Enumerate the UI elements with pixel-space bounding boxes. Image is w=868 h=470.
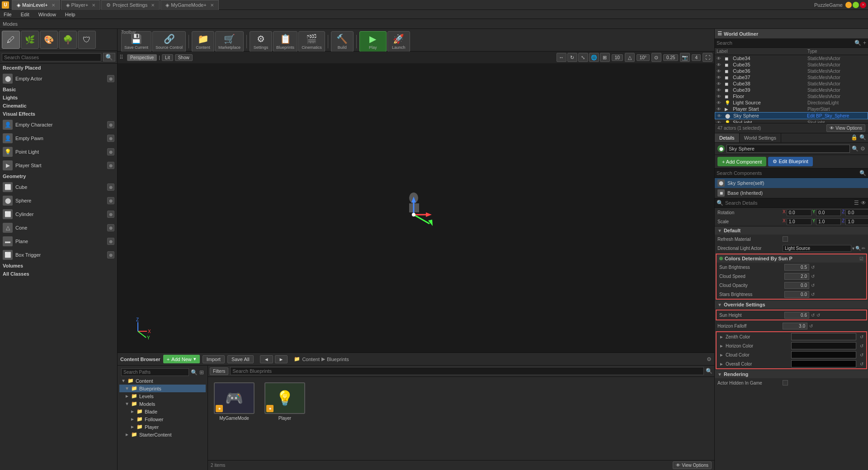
search-classes-input[interactable] xyxy=(2,53,101,61)
overall-color-swatch[interactable] xyxy=(791,360,856,367)
add-actor-icon[interactable]: + xyxy=(863,40,866,46)
list-item[interactable]: ⬜ Box Trigger ⊕ xyxy=(0,248,117,262)
list-item[interactable]: ⬤ Empty Actor ⊕ xyxy=(0,72,117,85)
scale-y-input[interactable] xyxy=(816,218,841,225)
path-content[interactable]: Content xyxy=(302,357,320,362)
outliner-row[interactable]: 👁 ▶ Player Start PlayerStart xyxy=(715,106,868,112)
add-icon[interactable]: ⊕ xyxy=(107,75,114,82)
outliner-row[interactable]: 👁 💡 SkyLight SkyLight xyxy=(715,119,868,123)
category-cinematic[interactable]: Cinematic xyxy=(0,102,117,110)
add-icon[interactable]: ⊕ xyxy=(107,211,114,218)
list-item[interactable]: ⬤ Sphere ⊕ xyxy=(0,194,117,207)
stars-brightness-input[interactable] xyxy=(784,291,809,298)
tree-item[interactable]: ▼ 📁 Blueprints xyxy=(119,385,206,392)
reset-icon[interactable]: ↺ xyxy=(860,343,863,348)
tree-item[interactable]: ► 📁 Follower xyxy=(119,415,206,423)
blueprints-button[interactable]: 📋 Blueprints xyxy=(273,31,297,52)
menu-help[interactable]: Help xyxy=(63,12,77,17)
close-icon[interactable]: ✕ xyxy=(92,3,95,8)
search-components-input[interactable] xyxy=(717,170,859,176)
outliner-row[interactable]: 👁 ◼ Cube34 StaticMeshActor xyxy=(715,55,868,61)
horizon-color-swatch[interactable] xyxy=(791,342,856,349)
tree-item[interactable]: ▼ 📁 Content xyxy=(119,377,206,385)
actor-name-input[interactable] xyxy=(726,145,850,153)
mode-foliage[interactable]: 🌳 xyxy=(59,31,77,49)
add-icon[interactable]: ⊕ xyxy=(107,224,114,231)
search-icon[interactable]: 🔍 xyxy=(859,134,866,141)
outliner-row[interactable]: 👁 ◼ Cube36 StaticMeshActor xyxy=(715,68,868,74)
cinematics-button[interactable]: 🎬 Cinematics xyxy=(298,31,325,52)
outliner-row[interactable]: 👁 ◼ Floor StaticMeshActor xyxy=(715,93,868,99)
file-item[interactable]: 💡 ★ Player xyxy=(262,381,307,423)
search-classes-button[interactable]: 🔍 xyxy=(103,53,115,61)
eye-icon[interactable]: 👁 xyxy=(861,200,866,206)
camera-speed-icon[interactable]: 📷 xyxy=(680,53,690,62)
save-all-button[interactable]: Save All xyxy=(227,355,254,363)
search-details-input[interactable] xyxy=(725,200,852,206)
cloud-color-swatch[interactable] xyxy=(791,351,856,358)
colors-section-header[interactable]: Colors Determined By Sun P ☑ xyxy=(717,254,866,263)
add-icon[interactable]: ⊕ xyxy=(107,148,114,155)
viewport[interactable]: ⠿ Perspective | Lit Show ↔ ↻ ⤡ 🌐 ⊞ 10 △ xyxy=(118,52,714,352)
add-icon[interactable]: ⊕ xyxy=(107,183,114,191)
menu-window[interactable]: Window xyxy=(37,12,58,17)
reset-icon[interactable]: ↺ xyxy=(809,324,813,329)
list-item[interactable]: ▬ Plane ⊕ xyxy=(0,235,117,248)
edit-icon[interactable]: ✏ xyxy=(862,246,865,251)
override-section-header[interactable]: ▼ Override Settings xyxy=(715,301,868,309)
expand-icon[interactable]: ► xyxy=(719,362,724,367)
show-button[interactable]: Show xyxy=(175,54,193,61)
outliner-row[interactable]: 👁 ◼ Cube35 StaticMeshActor xyxy=(715,61,868,68)
mode-landscape[interactable]: 🎨 xyxy=(40,31,58,49)
category-all-classes[interactable]: All Classes xyxy=(0,270,117,278)
close-icon[interactable]: ✕ xyxy=(210,3,214,8)
tree-item[interactable]: ► 📁 Blade xyxy=(119,408,206,415)
world-icon[interactable]: 🌐 xyxy=(589,53,599,62)
menu-file[interactable]: File xyxy=(2,12,14,17)
sun-brightness-input[interactable] xyxy=(784,264,809,271)
default-section-header[interactable]: ▼ Default xyxy=(715,226,868,235)
source-control-button[interactable]: 🔗 Source Control xyxy=(152,31,186,52)
reset-icon[interactable]: ↺ xyxy=(860,334,863,339)
launch-button[interactable]: 🚀 Launch xyxy=(387,31,410,52)
forward-button[interactable]: ► xyxy=(275,355,288,363)
close-icon[interactable]: ✕ xyxy=(52,3,55,8)
reset-icon[interactable]: ↺ xyxy=(811,265,815,270)
list-item[interactable]: 💡 Point Light ⊕ xyxy=(0,145,117,159)
settings-icon[interactable]: ⚙ xyxy=(707,356,712,362)
maximize-button[interactable]: □ xyxy=(853,2,859,8)
actor-hidden-checkbox[interactable] xyxy=(783,380,788,385)
zenith-color-swatch[interactable] xyxy=(791,333,856,340)
add-component-button[interactable]: + Add Component xyxy=(717,157,766,166)
outliner-row-selected[interactable]: 👁 ⬤ Sky Sphere Edit BP_Sky_Sphere xyxy=(715,112,868,119)
add-icon[interactable]: ⊕ xyxy=(107,197,114,204)
path-blueprints[interactable]: Blueprints xyxy=(327,357,349,362)
close-button[interactable]: ✕ xyxy=(860,2,866,8)
list-item[interactable]: 👤 Empty Character ⊕ xyxy=(0,118,117,132)
marketplace-button[interactable]: 🛒 Marketplace xyxy=(215,31,244,52)
scale-z-input[interactable] xyxy=(845,218,868,225)
reset-icon[interactable]: ↺ xyxy=(811,292,815,297)
translate-icon[interactable]: ↔ xyxy=(557,53,566,62)
settings-button[interactable]: ⚙ Settings xyxy=(250,31,272,52)
mode-geometry[interactable]: 🛡 xyxy=(78,31,96,49)
file-item[interactable]: 🎮 ★ MyGameMode xyxy=(212,381,257,423)
lock-icon[interactable]: 🔒 xyxy=(851,134,858,141)
back-button[interactable]: ◄ xyxy=(260,355,273,363)
reset-icon[interactable]: ↺ xyxy=(860,362,863,367)
minimize-button[interactable]: ─ xyxy=(845,2,852,8)
list-item[interactable]: 👤 Empty Pawn ⊕ xyxy=(0,132,117,145)
view-options-button[interactable]: 👁 View Options xyxy=(673,461,712,469)
search-blueprints-input[interactable] xyxy=(230,367,704,375)
perspective-button[interactable]: Perspective xyxy=(127,54,157,61)
reset-icon[interactable]: ↺ xyxy=(811,283,815,288)
menu-edit[interactable]: Edit xyxy=(19,12,31,17)
browse-icon[interactable]: 🔍 xyxy=(852,146,859,152)
search-paths-input[interactable] xyxy=(121,368,189,376)
list-view-icon[interactable]: ☰ xyxy=(854,200,859,206)
view-options-button[interactable]: 👁 View Options xyxy=(826,124,865,132)
rotation-x-input[interactable] xyxy=(787,209,811,216)
filters-button[interactable]: Filters xyxy=(210,367,228,375)
outliner-row[interactable]: 👁 ◼ Cube38 StaticMeshActor xyxy=(715,80,868,87)
tree-item[interactable]: ► 📁 StarterContent xyxy=(119,431,206,438)
